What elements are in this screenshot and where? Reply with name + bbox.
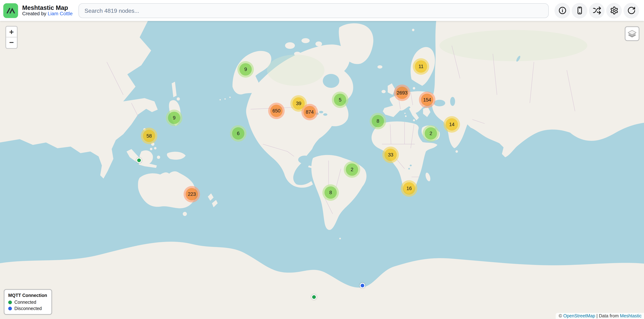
cluster-count: 2	[424, 127, 437, 140]
meshtastic-logo-icon	[4, 4, 17, 17]
cluster-marker[interactable]: 33	[382, 147, 399, 163]
cluster-marker[interactable]: 154	[419, 92, 435, 108]
cluster-marker[interactable]: 9	[166, 110, 182, 126]
layers-icon	[627, 29, 637, 38]
copyright-text: ©	[559, 313, 563, 318]
title-block: Meshtastic Map Created by Liam Cottle	[22, 4, 72, 17]
cluster-count: 14	[446, 118, 458, 131]
cluster-marker[interactable]: 874	[302, 104, 318, 120]
node-marker-disconnected[interactable]	[360, 283, 365, 288]
layers-control[interactable]	[625, 26, 640, 41]
cluster-count: 9	[168, 112, 180, 124]
header: Meshtastic Map Created by Liam Cottle	[0, 0, 644, 21]
cluster-marker[interactable]: 5	[332, 92, 348, 108]
gear-icon	[610, 6, 618, 15]
cluster-marker[interactable]: 9	[237, 61, 254, 78]
cluster-marker[interactable]: 8	[322, 184, 339, 201]
subtitle: Created by Liam Cottle	[22, 11, 72, 17]
refresh-button[interactable]	[624, 3, 639, 18]
created-by-text: Created by	[22, 11, 48, 16]
mqtt-legend: MQTT Connection Connected Disconnected	[4, 289, 52, 315]
cluster-marker[interactable]: 58	[141, 128, 157, 144]
device-button[interactable]	[572, 3, 588, 18]
cluster-count: 9	[240, 63, 252, 76]
cluster-marker[interactable]: 14	[444, 116, 460, 133]
cluster-count: 874	[304, 106, 316, 118]
cluster-count: 33	[384, 149, 397, 161]
cluster-count: 6	[232, 127, 244, 140]
cluster-count: 16	[403, 182, 415, 195]
cluster-count: 5	[334, 94, 346, 106]
cluster-count: 154	[421, 94, 434, 106]
app: Meshtastic Map Created by Liam Cottle	[0, 0, 644, 319]
page-title: Meshtastic Map	[22, 4, 72, 11]
random-node-button[interactable]	[589, 3, 605, 18]
legend-label: Disconnected	[14, 306, 42, 311]
cluster-count: 58	[143, 130, 155, 142]
attribution: © OpenStreetMap | Data from Meshtastic	[556, 313, 644, 319]
cluster-marker[interactable]: 2	[422, 125, 439, 142]
attribution-separator: | Data from	[595, 313, 620, 318]
legend-title: MQTT Connection	[8, 293, 47, 298]
cluster-count: 8	[372, 115, 384, 127]
node-marker-connected[interactable]	[136, 158, 142, 163]
cluster-count: 8	[324, 186, 337, 199]
legend-item-connected: Connected	[8, 300, 47, 305]
cluster-count: 11	[415, 60, 427, 73]
node-marker-connected[interactable]	[312, 294, 317, 300]
refresh-icon	[627, 6, 636, 15]
cluster-marker[interactable]: 650	[268, 103, 284, 119]
legend-item-disconnected: Disconnected	[8, 306, 47, 311]
cluster-marker[interactable]: 223	[184, 186, 200, 202]
osm-link[interactable]: OpenStreetMap	[563, 313, 595, 318]
info-button[interactable]	[554, 3, 570, 18]
cluster-count: 2693	[396, 87, 408, 99]
cluster-marker[interactable]: 2693	[394, 85, 410, 101]
cluster-marker[interactable]: 11	[413, 58, 429, 75]
cluster-count: 223	[186, 188, 198, 200]
legend-label: Connected	[14, 300, 36, 305]
shuffle-icon	[592, 6, 601, 15]
smartphone-icon	[575, 6, 584, 15]
cluster-marker[interactable]: 16	[401, 180, 417, 197]
cluster-marker[interactable]: 8	[370, 113, 386, 129]
connected-dot	[8, 300, 12, 304]
app-logo	[3, 3, 18, 18]
search-input[interactable]	[78, 3, 549, 18]
zoom-out-button[interactable]: −	[6, 37, 17, 48]
cluster-count: 650	[270, 105, 283, 117]
settings-button[interactable]	[606, 3, 622, 18]
disconnected-dot	[8, 307, 12, 310]
meshtastic-link[interactable]: Meshtastic	[620, 313, 642, 318]
world-map-svg	[0, 21, 644, 319]
cluster-marker[interactable]: 6	[230, 125, 246, 142]
info-icon	[558, 6, 566, 15]
author-link[interactable]: Liam Cottle	[48, 11, 72, 16]
cluster-marker[interactable]: 2	[344, 161, 360, 178]
zoom-control: + −	[6, 26, 18, 49]
map-canvas[interactable]: + − 911269315439650874581429586332168223…	[0, 21, 644, 319]
zoom-in-button[interactable]: +	[6, 27, 17, 37]
cluster-count: 2	[346, 163, 358, 176]
